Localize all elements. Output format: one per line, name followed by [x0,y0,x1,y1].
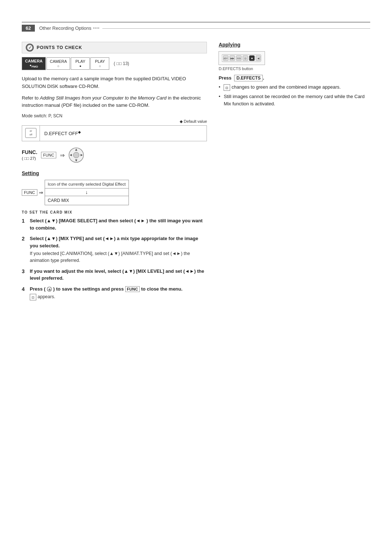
step-3-text: If you want to adjust the mix level, sel… [30,268,204,281]
step-2-sub: If you selected [C.ANIMATION], select (▲… [30,250,207,264]
setting-title: Setting [22,170,207,176]
setting-func-box: FUNC [22,189,37,196]
setting-row-arrow: ↓ [45,189,129,196]
svg-text:◎: ◎ [244,57,246,60]
two-col-layout: ✓ POINTS TO CHECK CAMERA ●FMO CAMERA ○ P… [22,42,370,304]
svg-text:■: ■ [251,57,253,60]
deffect-text: D.EFFECT OFF◆ [40,128,85,138]
deffects-button-img: ab+ ▶▶ mix ◎ ■ ◀ [219,51,265,65]
mode-tab-play2: PLAY ○ [90,57,109,70]
steps-list: 1 Select (▲▼) [IMAGE SELECT] and then se… [22,217,207,300]
points-check-title: POINTS TO CHECK [37,45,82,50]
applying-title: Applying [219,42,370,48]
page-number: 62 [22,25,35,32]
svg-text:mix: mix [237,57,241,60]
step-content-4: Press ( ⊕ ) to save the settings and pre… [30,285,207,300]
step-4-sub: ⊡ appears. [30,293,207,300]
step-content-2: Select (▲▼) [MIX TYPE] and set (◄►) a mi… [30,235,207,264]
bullet-list: ⊡ changes to green and the combined imag… [219,84,370,108]
body-para-2: Refer to Adding Still Images from your C… [22,94,207,109]
points-check-header: ✓ POINTS TO CHECK [22,42,207,53]
step-num-2: 2 [22,235,28,264]
header-line [102,28,370,29]
to-set-title: TO SET THE CARD MIX [22,210,207,214]
nav-button [68,147,84,163]
page-ref: ( □□ 13) [114,61,129,66]
step-content-3: If you want to adjust the mix level, sel… [30,268,207,282]
func-arrow: ⇒ [60,152,65,159]
step-content-1: Select (▲▼) [IMAGE SELECT] and then sele… [30,217,207,231]
step-4: 4 Press ( ⊕ ) to save the settings and p… [22,285,207,300]
step-2: 2 Select (▲▼) [MIX TYPE] and set (◄►) a … [22,235,207,264]
step-1-text: Select (▲▼) [IMAGE SELECT] and then sele… [30,218,203,231]
right-column: Applying ab+ ▶▶ mix ◎ [219,42,370,304]
deffect-diamond: ◆ [78,130,81,134]
header-dots: •••• [93,25,99,31]
func-page-ref: ( □□ 27) [22,156,36,161]
press-box: D.EFFECTS [234,75,263,81]
step-3: 3 If you want to adjust the mix level, s… [22,268,207,282]
svg-text:off: off [29,133,32,136]
svg-text:⊕: ⊕ [48,288,50,291]
func-label-group: FUNC. ( □□ 27) [22,149,37,161]
deffects-button-area: ab+ ▶▶ mix ◎ ■ ◀ D.EFFECTS button [219,51,370,71]
step-2-text: Select (▲▼) [MIX TYPE] and set (◄►) a mi… [30,236,198,248]
func-inline: FUNC [125,286,140,292]
points-check-icon: ✓ [26,44,34,52]
step-num-4: 4 [22,285,28,300]
svg-point-6 [73,152,79,158]
deffect-box-row: d/ off D.EFFECT OFF◆ [22,125,207,141]
bullet-icon-1: ⊡ [224,84,230,91]
setting-diagram: FUNC ⇒ Icon of the currently selected Di… [22,180,207,205]
func-label: FUNC. [22,149,37,155]
setting-row-cardmix: CARD MIX [45,196,129,205]
step-1: 1 Select (▲▼) [IMAGE SELECT] and then se… [22,217,207,231]
page-container: 62 Other Recording Options •••• ✓ POINTS… [0,0,392,555]
press-row: Press D.EFFECTS. [219,75,370,81]
mode-tabs: CAMERA ●FMO CAMERA ○ PLAY ● PLAY ○ ( □□ … [22,57,207,70]
step-num-1: 1 [22,217,28,231]
body-para-1: Upload to the memory card a sample image… [22,75,207,90]
bullet-1: ⊡ changes to green and the combined imag… [219,84,370,91]
default-note: ◆ Default value [22,119,207,124]
left-column: ✓ POINTS TO CHECK CAMERA ●FMO CAMERA ○ P… [22,42,207,304]
step-4-text: Press ( ⊕ ) to save the settings and pre… [30,286,183,292]
mode-tab-play1: PLAY ● [71,57,90,70]
svg-text:✓: ✓ [28,45,32,50]
svg-text:d/: d/ [30,130,32,132]
appears-icon: ⊡ [30,294,36,300]
mode-tab-sub3: ● [74,64,86,69]
deffects-button-label: D.EFFECTS button [219,66,370,71]
setting-arrow: ⇒ [39,190,43,195]
mode-switch-row: Mode switch: P, SCN [22,113,207,118]
mode-tab-camera-active: CAMERA ●FMO [22,57,46,70]
header-bar: 62 Other Recording Options •••• [22,22,370,32]
mode-tab-sub4: ○ [94,64,106,69]
mode-tab-sub2: ○ [50,64,67,69]
mode-tab-camera: CAMERA ○ [46,57,70,70]
setting-row-1: Icon of the currently selected Digital E… [45,180,129,189]
header-title: Other Recording Options [39,25,91,31]
setting-table: Icon of the currently selected Digital E… [45,180,129,205]
bullet-2: Still images cannot be recorded on the m… [219,93,370,108]
deffect-icon: d/ off [22,126,40,141]
func-box: FUNC [41,152,57,158]
press-label: Press [219,75,231,81]
svg-text:▶▶: ▶▶ [230,57,234,60]
step-num-3: 3 [22,268,28,282]
svg-text:ab+: ab+ [224,57,228,60]
mode-tab-sub1: ●FMO [25,64,42,69]
func-row: FUNC. ( □□ 27) FUNC ⇒ [22,147,207,163]
